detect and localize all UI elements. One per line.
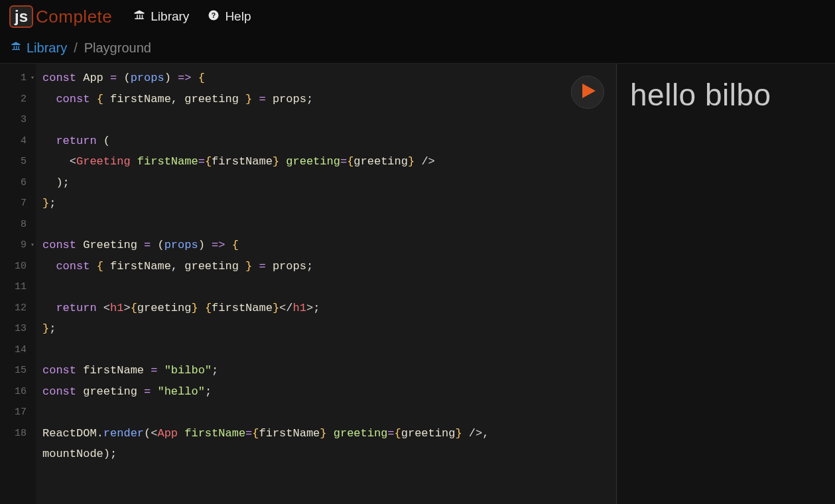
- line-number: 14: [0, 340, 36, 361]
- code-line[interactable]: return (: [42, 131, 610, 152]
- line-number: 13: [0, 318, 36, 340]
- line-number-gutter: 123456789101112131415161718: [0, 64, 36, 504]
- breadcrumb-separator: /: [74, 40, 78, 56]
- code-line[interactable]: <Greeting firstName={firstName} greeting…: [42, 151, 610, 172]
- code-line[interactable]: mountNode);: [42, 444, 610, 465]
- main-area: 123456789101112131415161718 const App = …: [0, 64, 835, 504]
- code-line[interactable]: [42, 109, 610, 131]
- help-icon: ?: [208, 9, 220, 25]
- code-line[interactable]: const firstName = "bilbo";: [42, 360, 610, 381]
- line-number: 11: [0, 277, 36, 298]
- code-line[interactable]: const Greeting = (props) => {: [42, 235, 610, 256]
- code-line[interactable]: [42, 214, 610, 235]
- code-line[interactable]: [42, 402, 610, 423]
- code-line[interactable]: const App = (props) => {: [42, 68, 610, 89]
- code-line[interactable]: ReactDOM.render(<App firstName={firstNam…: [42, 423, 610, 444]
- top-nav: js Complete Library ? Help: [0, 0, 835, 33]
- brand-box: js: [9, 5, 33, 28]
- svg-text:?: ?: [212, 11, 216, 19]
- line-number: 16: [0, 381, 36, 403]
- line-number: 3: [0, 109, 36, 131]
- line-number: 15: [0, 360, 36, 381]
- brand-text: Complete: [36, 7, 112, 27]
- brand-logo[interactable]: js Complete: [9, 5, 112, 28]
- line-number: 8: [0, 214, 36, 235]
- run-button[interactable]: [571, 76, 604, 109]
- breadcrumb-library-link[interactable]: Library: [27, 40, 67, 56]
- line-number: 17: [0, 402, 36, 423]
- play-icon: [580, 84, 596, 101]
- code-line[interactable]: const { firstName, greeting } = props;: [42, 89, 610, 110]
- line-number: 6: [0, 172, 36, 194]
- library-icon: [11, 41, 21, 55]
- output-pane: hello bilbo: [617, 64, 835, 504]
- code-line[interactable]: return <h1>{greeting} {firstName}</h1>;: [42, 298, 610, 319]
- nav-help[interactable]: ? Help: [208, 9, 251, 25]
- line-number: 9: [0, 235, 36, 256]
- line-number: 1: [0, 68, 36, 89]
- line-number: 18: [0, 423, 36, 444]
- line-number: 10: [0, 256, 36, 277]
- code-line[interactable]: const greeting = "hello";: [42, 381, 610, 403]
- code-line[interactable]: );: [42, 172, 610, 194]
- nav-library-label: Library: [151, 9, 189, 24]
- editor-pane: 123456789101112131415161718 const App = …: [0, 64, 617, 504]
- code-line[interactable]: [42, 340, 610, 361]
- line-number: 4: [0, 131, 36, 152]
- line-number: 2: [0, 89, 36, 110]
- nav-library[interactable]: Library: [133, 9, 189, 25]
- nav-help-label: Help: [225, 9, 251, 24]
- breadcrumb: Library / Playground: [0, 33, 835, 64]
- svg-marker-2: [582, 84, 596, 98]
- output-heading: hello bilbo: [630, 77, 822, 113]
- line-number: 7: [0, 193, 36, 214]
- code-line[interactable]: };: [42, 193, 610, 214]
- code-editor[interactable]: const App = (props) => { const { firstNa…: [36, 64, 616, 504]
- line-number: 5: [0, 151, 36, 172]
- code-line[interactable]: const { firstName, greeting } = props;: [42, 256, 610, 277]
- code-line[interactable]: [42, 277, 610, 298]
- code-line[interactable]: };: [42, 318, 610, 340]
- library-icon: [133, 9, 145, 25]
- line-number: 12: [0, 298, 36, 319]
- breadcrumb-current: Playground: [84, 40, 151, 56]
